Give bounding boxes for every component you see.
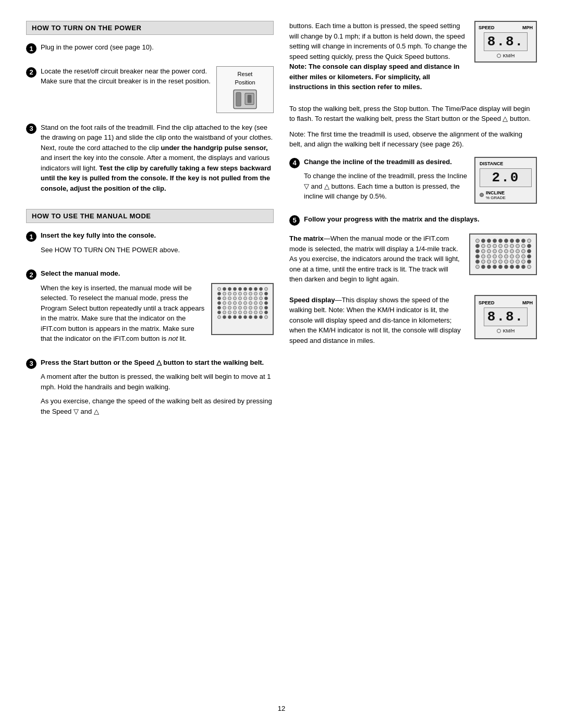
dot [233, 306, 237, 310]
step-4-content: Change the incline of the treadmill as d… [304, 157, 537, 206]
dot [249, 311, 252, 314]
dot [233, 287, 237, 291]
dot [475, 260, 480, 264]
dot [238, 315, 242, 319]
power-step-1: 1 Plug in the power cord (see page 10). [26, 42, 274, 57]
dot [521, 260, 525, 264]
incline-label: INCLINE [486, 190, 506, 195]
power-step-2: 2 Locate the reset/off circuit breaker n… [26, 66, 274, 113]
dot [498, 244, 503, 248]
step-3-bold-1: under the handgrip pulse sensor, [161, 144, 268, 152]
dot [223, 311, 226, 314]
speed-top-labels: SPEED MPH [479, 25, 533, 30]
step-4-header: Change the incline of the treadmill as d… [304, 157, 469, 167]
dot [481, 254, 485, 258]
manual-step-2-header: Select the manual mode. [41, 268, 274, 279]
matrix-row-3 [474, 249, 532, 253]
dot [223, 287, 226, 291]
dot [504, 254, 508, 258]
dot [243, 287, 247, 291]
matrix-row [215, 292, 270, 295]
manual-step-2-content: Select the manual mode. When the key is … [41, 268, 274, 348]
dot [475, 249, 480, 253]
matrix-row-4 [474, 254, 532, 258]
manual-step-3: 3 Press the Start button or the Speed △ … [26, 357, 274, 421]
matrix-row [215, 315, 270, 319]
dot [481, 239, 485, 243]
step-2-text: Locate the reset/off circuit breaker nea… [41, 66, 211, 91]
dot [249, 301, 252, 305]
right-intro-para: buttons. Each time a button is pressed, … [289, 21, 468, 92]
manual-step-1-content: Insert the key fully into the console. S… [41, 230, 274, 259]
dot [475, 265, 480, 269]
dot [249, 292, 252, 295]
speed-bottom-labels: SPEED MPH [479, 300, 533, 305]
dot [217, 297, 221, 300]
dot [249, 315, 252, 319]
section-power-header: HOW TO TURN ON THE POWER [26, 21, 274, 35]
kmh-label: KM/H [503, 53, 515, 58]
dot [233, 301, 237, 305]
dot [223, 297, 226, 300]
dot [498, 265, 503, 269]
dot [243, 306, 247, 310]
dot [223, 306, 226, 310]
dot [487, 249, 491, 253]
dot [223, 301, 226, 305]
matrix-row [215, 287, 270, 291]
dot [481, 260, 485, 264]
dot [243, 292, 247, 295]
dot [475, 254, 480, 258]
step-5-matrix-text: The matrix—When the manual mode or the i… [289, 233, 463, 289]
manual-step-2-italic: not [168, 335, 178, 342]
dot [238, 292, 242, 295]
dot [243, 297, 247, 300]
step-4-text: Change the incline of the treadmill as d… [304, 157, 469, 206]
step-number-3: 3 [26, 124, 36, 134]
dot [510, 249, 514, 253]
page-number: 12 [0, 705, 563, 712]
dot [249, 297, 252, 300]
right-intro-block: buttons. Each time a button is pressed, … [289, 21, 537, 96]
step-5-matrix-para: The matrix—When the manual mode or the i… [289, 233, 463, 285]
dist-display-box: DISTANCE 2.0 INCLINE % GRADE [474, 157, 537, 204]
dot [498, 260, 503, 264]
dot [487, 265, 491, 269]
dot [228, 297, 231, 300]
step-number-5: 5 [289, 215, 300, 226]
step-2-content: Locate the reset/off circuit breaker nea… [41, 66, 274, 113]
dot [481, 244, 485, 248]
matrix-row-6 [474, 265, 532, 269]
dot [527, 260, 531, 264]
dot [521, 265, 525, 269]
matrix-row [215, 301, 270, 305]
dot [238, 306, 242, 310]
dot [243, 311, 247, 314]
dot [223, 292, 226, 295]
dot [481, 249, 485, 253]
dot [228, 301, 231, 305]
dot [259, 315, 263, 319]
dot [259, 311, 263, 314]
dot [264, 306, 268, 310]
step-number-1: 1 [26, 43, 36, 54]
matrix-box [469, 233, 537, 275]
dot [504, 244, 508, 248]
manual-step-3-header: Press the Start button or the Speed △ bu… [41, 357, 274, 368]
grade-label: % GRADE [486, 195, 506, 200]
manual-step-2-para: When the key is inserted, the manual mod… [41, 283, 206, 344]
dot [264, 315, 268, 319]
matrix-row-5 [474, 260, 532, 264]
dot [238, 301, 242, 305]
dot [264, 301, 268, 305]
distance-incline-display: DISTANCE 2.0 INCLINE % GRADE [474, 157, 537, 206]
dot [504, 260, 508, 264]
dot [243, 301, 247, 305]
dot [493, 249, 497, 253]
dot [259, 301, 263, 305]
dot [498, 249, 503, 253]
manual-step-2: 2 Select the manual mode. When the key i… [26, 268, 274, 348]
mph-label: MPH [522, 25, 533, 30]
dot [527, 265, 531, 269]
speed-label: SPEED [479, 25, 495, 30]
